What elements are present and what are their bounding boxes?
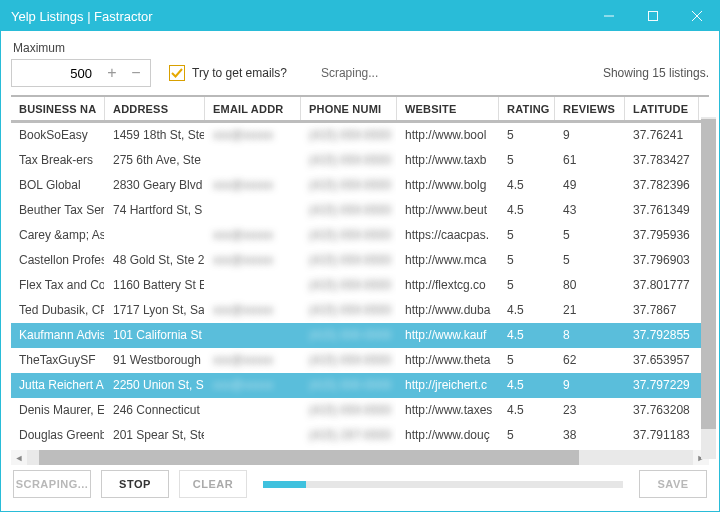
table-row[interactable]: TheTaxGuySF91 Westboroughxxx@xxxxx(415) …: [11, 348, 709, 373]
cell-phone: (415) 000-0000: [301, 123, 397, 148]
cell-email: xxx@xxxxx: [205, 223, 301, 248]
footer: SCRAPING... STOP CLEAR SAVE: [11, 465, 709, 505]
cell-biz: Denis Maurer, E,: [11, 398, 105, 423]
cell-rating: 5: [499, 123, 555, 148]
cell-addr: 101 California St: [105, 323, 205, 348]
cell-lat: 37.783427: [625, 148, 699, 173]
status-text: Scraping...: [321, 66, 378, 80]
cell-rating: 4.5: [499, 323, 555, 348]
emails-label: Try to get emails?: [192, 66, 287, 80]
cell-biz: Jutta Reichert As: [11, 373, 105, 398]
cell-addr: 2830 Geary Blvd: [105, 173, 205, 198]
table-row[interactable]: Carey &amp; Asxxx@xxxxx(415) 000-0000htt…: [11, 223, 709, 248]
table-row[interactable]: Tax Break-ers275 6th Ave, Ste(415) 000-0…: [11, 148, 709, 173]
progress-fill: [263, 481, 306, 488]
cell-email: xxx@xxxxx: [205, 373, 301, 398]
column-header[interactable]: PHONE NUMI: [301, 97, 397, 120]
cell-biz: Tax Break-ers: [11, 148, 105, 173]
column-header[interactable]: RATING: [499, 97, 555, 120]
cell-reviews: 61: [555, 148, 625, 173]
cell-email: [205, 398, 301, 423]
table-row[interactable]: Ted Dubasik, CP,1717 Lyon St, Saxxx@xxxx…: [11, 298, 709, 323]
cell-reviews: 80: [555, 273, 625, 298]
cell-site: http://www.taxes: [397, 398, 499, 423]
cell-addr: 201 Spear St, Ste: [105, 423, 205, 448]
titlebar[interactable]: Yelp Listings | Fastractor: [1, 1, 719, 31]
cell-addr: 275 6th Ave, Ste: [105, 148, 205, 173]
cell-reviews: 43: [555, 198, 625, 223]
controls-row: + − Try to get emails? Scraping... Showi…: [11, 59, 709, 87]
cell-phone: (415) 000-0000: [301, 173, 397, 198]
h-scroll-track[interactable]: [27, 450, 693, 465]
cell-email: [205, 148, 301, 173]
column-header[interactable]: EMAIL ADDR: [205, 97, 301, 120]
maximum-input[interactable]: [12, 60, 100, 86]
cell-lat: 37.761349: [625, 198, 699, 223]
table-row[interactable]: BookSoEasy1459 18th St, Stexxx@xxxxx(415…: [11, 123, 709, 148]
cell-addr: 74 Hartford St, S: [105, 198, 205, 223]
horizontal-scrollbar[interactable]: ◄ ►: [11, 450, 709, 465]
close-button[interactable]: [675, 1, 719, 31]
minimize-button[interactable]: [587, 1, 631, 31]
cell-reviews: 5: [555, 223, 625, 248]
cell-site: http://www.bolg: [397, 173, 499, 198]
cell-rating: 5: [499, 348, 555, 373]
table-body: BookSoEasy1459 18th St, Stexxx@xxxxx(415…: [11, 123, 709, 450]
cell-lat: 37.792855: [625, 323, 699, 348]
cell-reviews: 38: [555, 423, 625, 448]
v-scroll-thumb[interactable]: [701, 119, 716, 429]
cell-biz: Kaufmann Advis: [11, 323, 105, 348]
cell-addr: 246 Connecticut: [105, 398, 205, 423]
h-scroll-thumb[interactable]: [39, 450, 579, 465]
cell-rating: 5: [499, 423, 555, 448]
cell-lat: 37.797229: [625, 373, 699, 398]
column-header[interactable]: REVIEWS: [555, 97, 625, 120]
table-row[interactable]: BOL Global2830 Geary Blvdxxx@xxxxx(415) …: [11, 173, 709, 198]
cell-phone: (415) 000-0000: [301, 398, 397, 423]
svg-rect-0: [649, 12, 658, 21]
cell-rating: 5: [499, 223, 555, 248]
cell-site: https://caacpas.: [397, 223, 499, 248]
cell-biz: Ted Dubasik, CP,: [11, 298, 105, 323]
cell-site: http://www.bool: [397, 123, 499, 148]
clear-button[interactable]: CLEAR: [179, 470, 247, 498]
stop-button[interactable]: STOP: [101, 470, 169, 498]
cell-rating: 5: [499, 248, 555, 273]
table-row[interactable]: Jutta Reichert As2250 Union St, Sxxx@xxx…: [11, 373, 709, 398]
cell-rating: 4.5: [499, 373, 555, 398]
cell-site: http://www.duba: [397, 298, 499, 323]
table-row[interactable]: Douglas Greenb201 Spear St, Ste(415) 287…: [11, 423, 709, 448]
scroll-left-icon[interactable]: ◄: [11, 450, 27, 465]
maximum-field-wrap: + −: [11, 59, 151, 87]
cell-addr: 1459 18th St, Ste: [105, 123, 205, 148]
cell-site: http://www.douç: [397, 423, 499, 448]
column-header[interactable]: LATITUDE: [625, 97, 699, 120]
cell-site: http://flextcg.co: [397, 273, 499, 298]
cell-reviews: 5: [555, 248, 625, 273]
cell-email: [205, 423, 301, 448]
window-title: Yelp Listings | Fastractor: [11, 9, 587, 24]
table-row[interactable]: Castellon Profes48 Gold St, Ste 2xxx@xxx…: [11, 248, 709, 273]
step-down-button[interactable]: −: [124, 60, 148, 86]
cell-rating: 4.5: [499, 198, 555, 223]
cell-biz: Castellon Profes: [11, 248, 105, 273]
cell-rating: 5: [499, 273, 555, 298]
column-header[interactable]: ADDRESS: [105, 97, 205, 120]
column-header[interactable]: BUSINESS NA: [11, 97, 105, 120]
vertical-scrollbar[interactable]: [701, 117, 716, 459]
cell-lat: 37.782396: [625, 173, 699, 198]
table-row[interactable]: Denis Maurer, E,246 Connecticut(415) 000…: [11, 398, 709, 423]
emails-checkbox[interactable]: [169, 65, 185, 81]
cell-biz: BOL Global: [11, 173, 105, 198]
cell-rating: 4.5: [499, 173, 555, 198]
cell-biz: Douglas Greenb: [11, 423, 105, 448]
cell-rating: 4.5: [499, 398, 555, 423]
column-header[interactable]: WEBSITE: [397, 97, 499, 120]
table-row[interactable]: Beuther Tax Serv74 Hartford St, S(415) 0…: [11, 198, 709, 223]
table-header: BUSINESS NAADDRESSEMAIL ADDRPHONE NUMIWE…: [11, 97, 709, 123]
table-row[interactable]: Kaufmann Advis101 California St(415) 000…: [11, 323, 709, 348]
step-up-button[interactable]: +: [100, 60, 124, 86]
table-row[interactable]: Flex Tax and Cor1160 Battery St E(415) 0…: [11, 273, 709, 298]
maximize-button[interactable]: [631, 1, 675, 31]
cell-phone: (415) 000-0000: [301, 323, 397, 348]
